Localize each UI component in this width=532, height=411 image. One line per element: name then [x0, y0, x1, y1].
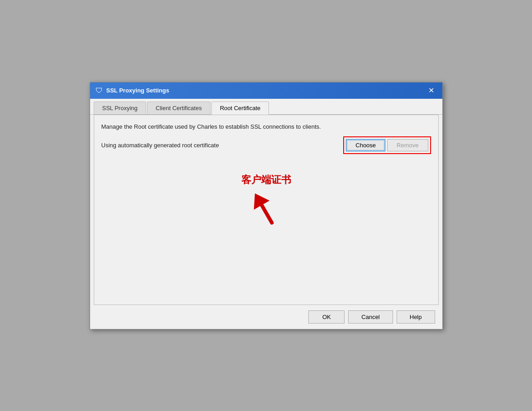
tab-bar: SSL Proxying Client Certificates Root Ce… [90, 99, 442, 115]
row-label: Using automatically generated root certi… [101, 142, 219, 149]
remove-button[interactable]: Remove [387, 139, 428, 151]
annotation-area: 客户端证书 [101, 173, 431, 236]
annotation-text: 客户端证书 [241, 173, 291, 187]
cancel-button[interactable]: Cancel [348, 310, 393, 324]
dialog-title: SSL Proxying Settings [106, 87, 169, 94]
tab-client-certificates[interactable]: Client Certificates [147, 102, 211, 114]
help-button[interactable]: Help [397, 310, 435, 324]
red-arrow-icon [248, 190, 284, 236]
highlight-box: Choose Remove [343, 136, 431, 154]
description-text: Manage the Root certificate used by Char… [101, 122, 431, 131]
tab-root-certificate[interactable]: Root Certificate [211, 102, 269, 115]
title-bar-left: 🛡 SSL Proxying Settings [96, 87, 169, 95]
close-button[interactable]: ✕ [426, 86, 437, 95]
svg-marker-1 [248, 190, 269, 210]
tab-ssl-proxying[interactable]: SSL Proxying [94, 102, 146, 114]
dialog-window: 🛡 SSL Proxying Settings ✕ SSL Proxying C… [90, 82, 443, 329]
certificate-row: Using automatically generated root certi… [101, 136, 431, 154]
app-icon: 🛡 [96, 87, 103, 95]
choose-button[interactable]: Choose [346, 139, 385, 151]
title-bar: 🛡 SSL Proxying Settings ✕ [90, 82, 442, 99]
ok-button[interactable]: OK [308, 310, 345, 324]
dialog-body: SSL Proxying Client Certificates Root Ce… [90, 99, 442, 329]
dialog-footer: OK Cancel Help [90, 305, 442, 329]
content-area: Manage the Root certificate used by Char… [94, 115, 439, 305]
